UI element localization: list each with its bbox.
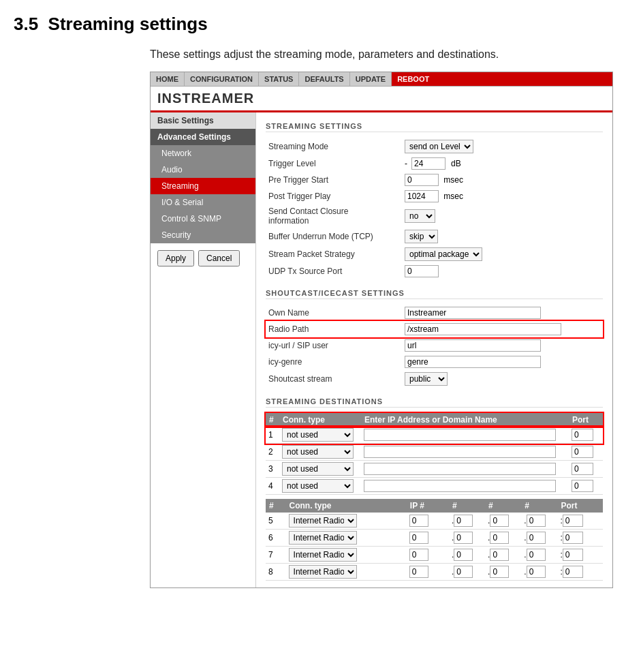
content-area: STREAMING SETTINGS Streaming Mode send o… [256, 112, 612, 587]
dest2-row8-oct1-input[interactable] [409, 566, 428, 578]
shoutcast-settings-title: SHOUTCAST/ICECAST SETTINGS [266, 289, 603, 299]
heading-number: 3.5 [14, 14, 38, 34]
dest-row4-ip-input[interactable] [364, 480, 556, 492]
dest2-row7-oct1-input[interactable] [409, 549, 428, 561]
post-trigger-unit: msec [443, 192, 463, 201]
dest2-row7-oct3-input[interactable] [490, 549, 509, 561]
sidebar-item-control-snmp[interactable]: Control & SNMP [151, 211, 255, 227]
dest-row3-conn-select[interactable]: not used Internet Radio [282, 462, 354, 476]
heading-text: Streaming settings [48, 14, 208, 34]
nav-reboot[interactable]: REBOOT [392, 72, 612, 86]
apply-button[interactable]: Apply [157, 250, 194, 266]
dest2-row8-oct2-input[interactable] [454, 566, 473, 578]
dest-row1-ip-input[interactable] [364, 429, 556, 441]
own-name-input[interactable] [405, 307, 541, 319]
streaming-settings-title: STREAMING SETTINGS [266, 122, 603, 132]
sidebar-item-audio[interactable]: Audio [151, 162, 255, 178]
dest2-row6-num: 6 [266, 530, 286, 547]
pre-trigger-value: msec [402, 172, 603, 188]
dest2-row5-oct1-input[interactable] [409, 515, 428, 527]
icy-url-input[interactable] [405, 339, 541, 352]
sidebar-item-io-serial[interactable]: I/O & Serial [151, 194, 255, 211]
buffer-underrun-value: skip fill stop [402, 228, 603, 245]
dest-row4-conn-select[interactable]: not used Internet Radio [282, 479, 354, 493]
udp-port-input[interactable] [405, 265, 439, 277]
sidebar-item-network[interactable]: Network [151, 145, 255, 162]
dest2-row6-oct3-input[interactable] [490, 532, 509, 544]
sidebar-item-security[interactable]: Security [151, 227, 255, 243]
dest2-row7-conn-select[interactable]: Internet Radio not used [289, 548, 357, 562]
dest2-col-ip4: # [521, 499, 557, 513]
dest2-row5-conn-select[interactable]: Internet Radio not used [289, 514, 357, 528]
dest2-col-conn: Conn. type [286, 499, 407, 513]
nav-home[interactable]: HOME [151, 72, 185, 86]
icy-url-row: icy-url / SIP user [266, 337, 603, 354]
shoutcast-stream-select[interactable]: public private [405, 372, 448, 386]
dest2-row6-oct2-input[interactable] [454, 532, 473, 544]
streaming-mode-select[interactable]: send on Level always on manual [405, 140, 473, 153]
nav-status[interactable]: STATUS [259, 72, 299, 86]
dest-row4-conn: not used Internet Radio [279, 478, 361, 495]
nav-update[interactable]: UPDATE [350, 72, 392, 86]
dest2-col-port: Port [557, 499, 603, 513]
dest-row4-port [569, 478, 603, 495]
dest-row1-port-input[interactable] [572, 429, 593, 441]
cancel-button[interactable]: Cancel [198, 250, 240, 266]
dest-col-num: # [266, 413, 279, 427]
pre-trigger-input[interactable] [405, 174, 439, 186]
dest2-row5-port-input[interactable] [563, 515, 583, 527]
dest-col-conn: Conn. type [279, 413, 361, 427]
dest2-row6-oct4-input[interactable] [527, 532, 546, 544]
dest-row2-conn-select[interactable]: not used Internet Radio [282, 445, 354, 459]
radio-path-value [402, 321, 603, 337]
sidebar-item-advanced-settings[interactable]: Advanced Settings [151, 129, 255, 145]
sidebar-item-basic-settings[interactable]: Basic Settings [151, 112, 255, 129]
dest-row4-port-input[interactable] [572, 480, 593, 492]
dest2-row7-port-input[interactable] [563, 549, 583, 561]
streaming-mode-row: Streaming Mode send on Level always on m… [266, 138, 603, 155]
dest-row2-ip-input[interactable] [364, 446, 556, 458]
dest-row2-conn: not used Internet Radio [279, 444, 361, 461]
dest2-col-ip1: IP # [407, 499, 449, 513]
dest2-row8-conn-select[interactable]: Internet Radio not used [289, 565, 357, 579]
dest-row3-ip-input[interactable] [364, 463, 556, 475]
nav-defaults[interactable]: DEFAULTS [299, 72, 349, 86]
shoutcast-stream-value: public private [402, 370, 603, 388]
shoutcast-stream-label: Shoutcast stream [266, 370, 402, 388]
dest2-row5-num: 5 [266, 513, 286, 530]
post-trigger-input[interactable] [405, 190, 439, 202]
dest-row-4: 4 not used Internet Radio [266, 478, 603, 495]
trigger-level-label: Trigger Level [266, 155, 402, 172]
post-trigger-label: Post Trigger Play [266, 188, 402, 204]
dest-row2-port-input[interactable] [572, 446, 593, 458]
dest-row1-conn-select[interactable]: not used Internet Radio Icecast2 SHOUTca… [282, 428, 354, 442]
dest2-row5-oct3-input[interactable] [490, 515, 509, 527]
dest-row3-port-input[interactable] [572, 463, 593, 475]
dest2-row6-oct1-input[interactable] [409, 532, 428, 544]
sidebar-item-streaming[interactable]: Streaming [151, 178, 255, 194]
icy-url-label: icy-url / SIP user [266, 337, 402, 354]
buffer-underrun-select[interactable]: skip fill stop [405, 230, 438, 243]
nav-configuration[interactable]: CONFIGURATION [185, 72, 259, 86]
dest2-row8-port-input[interactable] [563, 566, 583, 578]
dest2-row8-oct3-input[interactable] [490, 566, 509, 578]
send-contact-select[interactable]: no yes [405, 209, 435, 223]
dest-row1-ip [361, 427, 569, 444]
icy-genre-row: icy-genre [266, 354, 603, 370]
radio-path-input[interactable] [405, 323, 561, 335]
dest2-row6-port-input[interactable] [563, 532, 583, 544]
ui-wrapper: HOME CONFIGURATION STATUS DEFAULTS UPDAT… [150, 72, 613, 588]
dest2-row6-conn-select[interactable]: Internet Radio not used [289, 531, 357, 545]
trigger-level-input[interactable] [411, 157, 445, 170]
dest-row2-num: 2 [266, 444, 279, 461]
sidebar: Basic Settings Advanced Settings Network… [151, 112, 256, 587]
dest-row3-num: 3 [266, 461, 279, 478]
stream-packet-select[interactable]: optimal package fixed size [405, 247, 482, 261]
pre-trigger-row: Pre Trigger Start msec [266, 172, 603, 188]
dest2-row5-oct2-input[interactable] [454, 515, 473, 527]
dest2-row7-oct4-input[interactable] [527, 549, 546, 561]
dest2-row5-oct4-input[interactable] [527, 515, 546, 527]
icy-genre-input[interactable] [405, 356, 541, 368]
dest2-row7-oct2-input[interactable] [454, 549, 473, 561]
dest2-row8-oct4-input[interactable] [527, 566, 546, 578]
